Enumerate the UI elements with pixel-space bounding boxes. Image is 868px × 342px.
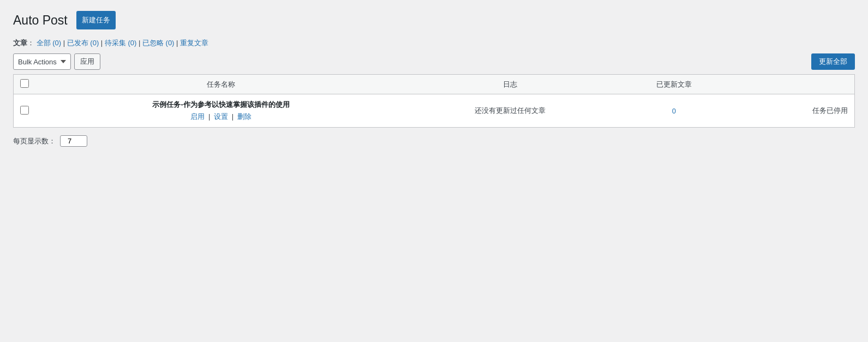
col-name-header: 任务名称 <box>35 75 406 94</box>
separator-2: | <box>232 112 236 121</box>
filter-published[interactable]: 已发布 (0) <box>67 39 99 47</box>
per-page-label: 每页显示数： <box>13 136 56 146</box>
separator-1: | <box>208 112 212 121</box>
page-title: Auto Post <box>13 13 68 28</box>
update-all-button[interactable]: 更新全部 <box>811 53 855 70</box>
filter-all[interactable]: 全部 (0) <box>37 39 62 47</box>
tasks-table: 任务名称 日志 已更新文章 示例任务-作为参考以快速掌握该插件的使用 启用 | … <box>13 74 855 128</box>
updated-count: 0 <box>672 107 676 115</box>
row-checkbox-cell <box>14 94 36 128</box>
per-page-input[interactable] <box>60 135 87 147</box>
filter-duplicate[interactable]: 重复文章 <box>180 39 208 47</box>
filter-pending[interactable]: 待采集 (0) <box>105 39 137 47</box>
task-name: 示例任务-作为参考以快速掌握该插件的使用 <box>42 100 400 110</box>
page-header: Auto Post 新建任务 <box>13 11 855 29</box>
actions-left: Bulk Actions 应用 <box>13 53 100 70</box>
actions-bar: Bulk Actions 应用 更新全部 <box>13 53 855 70</box>
row-log-cell: 还没有更新过任何文章 <box>406 94 614 128</box>
table-body: 示例任务-作为参考以快速掌握该插件的使用 启用 | 设置 | 删除 还没有更新过… <box>14 94 855 128</box>
row-updated-cell: 0 <box>614 94 734 128</box>
filter-label: 文章 <box>13 39 27 47</box>
task-delete-link[interactable]: 删除 <box>237 112 252 121</box>
col-log-header: 日志 <box>406 75 614 94</box>
task-enable-link[interactable]: 启用 <box>190 112 205 121</box>
col-status-header <box>734 75 854 94</box>
col-check-header <box>14 75 36 94</box>
task-settings-link[interactable]: 设置 <box>214 112 228 121</box>
row-checkbox[interactable] <box>20 106 29 115</box>
bulk-actions-select[interactable]: Bulk Actions <box>13 53 71 70</box>
table-row: 示例任务-作为参考以快速掌握该插件的使用 启用 | 设置 | 删除 还没有更新过… <box>14 94 855 128</box>
table-header: 任务名称 日志 已更新文章 <box>14 75 855 94</box>
filter-bar: 文章： 全部 (0) | 已发布 (0) | 待采集 (0) | 已忽略 (0)… <box>13 38 855 48</box>
new-task-button[interactable]: 新建任务 <box>76 11 116 29</box>
task-actions: 启用 | 设置 | 删除 <box>42 112 400 122</box>
row-status-cell: 任务已停用 <box>734 94 854 128</box>
col-updated-header: 已更新文章 <box>614 75 734 94</box>
apply-button[interactable]: 应用 <box>74 53 100 70</box>
footer-bar: 每页显示数： <box>13 135 855 147</box>
select-all-checkbox[interactable] <box>20 79 29 88</box>
filter-ignored[interactable]: 已忽略 (0) <box>142 39 175 47</box>
row-name-cell: 示例任务-作为参考以快速掌握该插件的使用 启用 | 设置 | 删除 <box>35 94 406 128</box>
